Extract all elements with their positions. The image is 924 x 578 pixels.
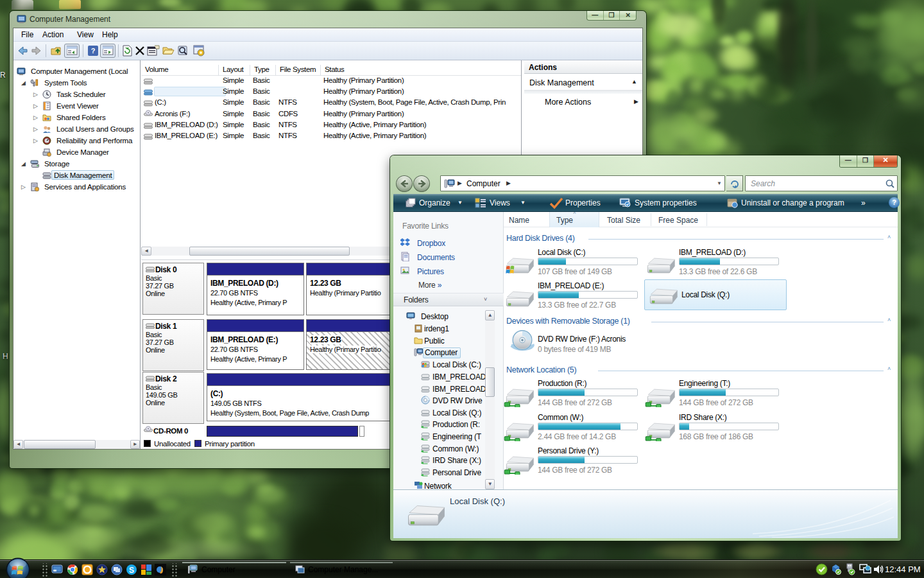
svg-text:?: ?	[91, 47, 96, 55]
svg-text:S: S	[129, 566, 134, 575]
